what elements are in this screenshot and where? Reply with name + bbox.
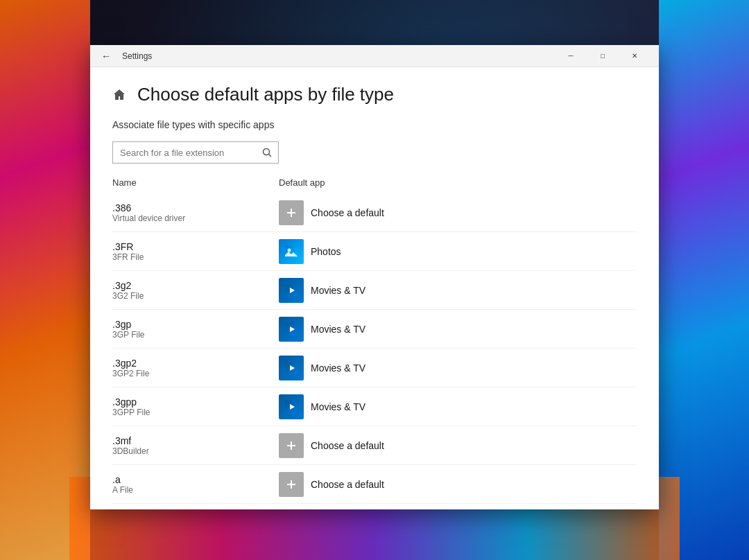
file-extension: .3g2 bbox=[112, 280, 279, 291]
settings-window: ← Settings ─ □ ✕ Choose default apps by … bbox=[90, 45, 659, 509]
file-description: 3FR File bbox=[112, 252, 279, 262]
app-name: Movies & TV bbox=[311, 324, 365, 335]
app-name: Choose a default bbox=[311, 207, 384, 218]
app-name: Movies & TV bbox=[311, 362, 365, 374]
app-info[interactable]: Choose a default bbox=[279, 433, 637, 458]
file-description: Virtual device driver bbox=[112, 213, 279, 223]
file-info: .a A File bbox=[112, 474, 279, 495]
app-icon-movies bbox=[279, 317, 304, 342]
page-subtitle: Associate file types with specific apps bbox=[112, 119, 637, 130]
close-button[interactable]: ✕ bbox=[619, 45, 651, 67]
window-controls: ─ □ ✕ bbox=[555, 45, 651, 67]
file-extension: .3gp bbox=[112, 319, 279, 330]
app-info[interactable]: Movies & TV bbox=[279, 394, 637, 419]
file-extension: .3gpp bbox=[112, 396, 279, 408]
back-button[interactable]: ← bbox=[98, 48, 114, 64]
svg-point-0 bbox=[264, 149, 270, 155]
file-info: .3gp 3GP File bbox=[112, 319, 279, 340]
file-info: .3g2 3G2 File bbox=[112, 280, 279, 301]
file-types-table: Name Default app .386 Virtual device dri… bbox=[112, 175, 637, 509]
file-description: A File bbox=[112, 485, 279, 495]
app-name: Choose a default bbox=[311, 440, 384, 451]
app-name: Movies & TV bbox=[311, 401, 365, 412]
file-extension: .a bbox=[112, 474, 279, 485]
file-extension: .3FR bbox=[112, 241, 279, 252]
file-description: 3GP File bbox=[112, 330, 279, 340]
app-info[interactable]: Movies & TV bbox=[279, 317, 637, 342]
maximize-button[interactable]: □ bbox=[587, 45, 619, 67]
app-icon-default bbox=[279, 200, 304, 225]
window-title: Settings bbox=[122, 51, 152, 61]
table-row[interactable]: .a A File Choose a default bbox=[112, 465, 637, 504]
table-row[interactable]: .3mf 3DBuilder Choose a default bbox=[112, 426, 637, 465]
app-name: Photos bbox=[311, 246, 341, 257]
file-description: 3GPP File bbox=[112, 408, 279, 417]
app-icon-movies bbox=[279, 356, 304, 380]
app-info[interactable]: Photos bbox=[279, 239, 637, 264]
app-icon-photos bbox=[279, 239, 304, 264]
app-info[interactable]: Choose a default bbox=[279, 472, 637, 497]
page-header: Choose default apps by file type bbox=[112, 84, 637, 105]
svg-line-1 bbox=[269, 155, 272, 157]
app-name: Movies & TV bbox=[311, 285, 365, 296]
file-info: .3gp2 3GP2 File bbox=[112, 358, 279, 378]
table-row[interactable]: .3gpp 3GPP File Movies & TV bbox=[112, 387, 637, 426]
table-row[interactable]: .3gp2 3GP2 File Movies & TV bbox=[112, 349, 637, 387]
app-name: Choose a default bbox=[311, 479, 384, 490]
app-info[interactable]: Choose a default bbox=[279, 200, 637, 225]
content-area: Choose default apps by file type Associa… bbox=[90, 67, 659, 509]
table-row[interactable]: .3FR 3FR File Photos bbox=[112, 232, 637, 271]
decorative-cubes-right bbox=[659, 0, 749, 560]
search-box bbox=[112, 141, 279, 164]
file-extension: .3gp2 bbox=[112, 358, 279, 369]
table-row[interactable]: .386 Virtual device driver Choose a defa… bbox=[112, 193, 637, 232]
search-input[interactable] bbox=[113, 148, 256, 158]
app-info[interactable]: Movies & TV bbox=[279, 356, 637, 380]
app-icon-default bbox=[279, 472, 304, 497]
file-rows-container: .386 Virtual device driver Choose a defa… bbox=[112, 193, 637, 504]
column-header-default: Default app bbox=[279, 177, 637, 188]
svg-point-5 bbox=[288, 248, 291, 252]
home-icon[interactable] bbox=[112, 88, 126, 102]
file-description: 3G2 File bbox=[112, 291, 279, 301]
file-info: .3gpp 3GPP File bbox=[112, 396, 279, 417]
page-title: Choose default apps by file type bbox=[137, 84, 394, 105]
file-info: .386 Virtual device driver bbox=[112, 202, 279, 223]
file-info: .3mf 3DBuilder bbox=[112, 435, 279, 456]
app-icon-movies bbox=[279, 278, 304, 303]
column-header-name: Name bbox=[112, 177, 279, 188]
title-bar: ← Settings ─ □ ✕ bbox=[90, 45, 659, 67]
file-description: 3GP2 File bbox=[112, 369, 279, 378]
minimize-button[interactable]: ─ bbox=[555, 45, 587, 67]
file-extension: .3mf bbox=[112, 435, 279, 446]
search-button[interactable] bbox=[256, 141, 278, 164]
title-bar-left: ← Settings bbox=[98, 48, 152, 64]
file-extension: .386 bbox=[112, 202, 279, 213]
app-icon-movies bbox=[279, 394, 304, 419]
table-row[interactable]: .3gp 3GP File Movies & TV bbox=[112, 310, 637, 349]
table-row[interactable]: .3g2 3G2 File Movies & TV bbox=[112, 271, 637, 310]
file-info: .3FR 3FR File bbox=[112, 241, 279, 262]
table-header: Name Default app bbox=[112, 175, 637, 193]
app-icon-default bbox=[279, 433, 304, 458]
decorative-cubes-left bbox=[0, 0, 90, 560]
file-description: 3DBuilder bbox=[112, 446, 279, 456]
app-info[interactable]: Movies & TV bbox=[279, 278, 637, 303]
